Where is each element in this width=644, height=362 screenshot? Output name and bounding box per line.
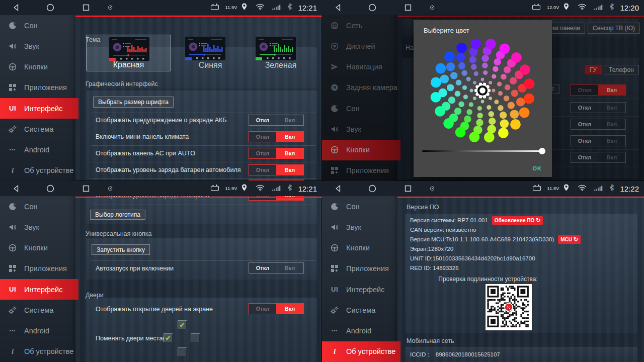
font-size-button[interactable]: Выбрать размер шрифта xyxy=(93,97,174,108)
sidebar-item-label: Система xyxy=(346,306,375,314)
toggle-on-option[interactable]: Вкл xyxy=(276,165,303,175)
divider xyxy=(91,162,316,162)
sidebar-item-apps[interactable]: Приложения xyxy=(322,258,397,279)
nav-buttons xyxy=(0,185,113,193)
sidebar-item-speaker[interactable]: Звук xyxy=(322,217,397,237)
on-off-toggle[interactable]: ОтклВкл xyxy=(249,148,304,159)
info-icon-text: i xyxy=(12,166,14,175)
on-off-toggle[interactable]: ОтклВкл xyxy=(249,115,304,126)
sidebar-item-label: Приложения xyxy=(346,264,389,273)
back-button[interactable] xyxy=(334,185,342,193)
theme-option[interactable]: Красная xyxy=(86,35,171,71)
toggle-off-option[interactable]: Откл xyxy=(249,165,276,175)
home-button[interactable] xyxy=(46,4,54,12)
toggle-off-option[interactable]: Откл xyxy=(249,263,276,273)
info-icon: i xyxy=(329,347,340,356)
setting-row-label: Отображать панель AC при AUTO xyxy=(96,150,195,157)
door-checkbox[interactable] xyxy=(178,347,187,356)
gears-icon xyxy=(7,306,18,314)
sidebar-item-gears[interactable]: Система xyxy=(0,119,75,139)
sidebar-item-gears[interactable]: Система xyxy=(322,300,397,320)
back-button[interactable] xyxy=(12,185,20,193)
sidebar-item-label: Об устройстве xyxy=(346,347,395,355)
sidebar-item-moon[interactable]: zСон xyxy=(322,196,397,217)
sidebar-item-info[interactable]: iОб устройстве xyxy=(0,160,75,181)
on-off-toggle[interactable]: ОтклВкл xyxy=(249,131,304,142)
sidebar-item-dots[interactable]: •••Android xyxy=(0,140,75,160)
disc-icon[interactable] xyxy=(429,5,435,11)
sidebar-item-apps[interactable]: Приложения xyxy=(0,258,75,279)
gears-icon xyxy=(7,125,18,133)
disc-icon[interactable] xyxy=(107,186,113,192)
sidebar-item-dots[interactable]: •••Android xyxy=(0,321,75,341)
sidebar-item-dots[interactable]: •••Android xyxy=(322,321,397,341)
toggle-on-option[interactable]: Вкл xyxy=(276,115,303,125)
sidebar-item-speaker[interactable]: Звук xyxy=(0,217,75,237)
update-badge[interactable]: MCU↻ xyxy=(558,235,581,244)
qr-code xyxy=(486,284,532,332)
back-button[interactable] xyxy=(12,4,20,12)
sidebar-item-info[interactable]: iОб устройстве xyxy=(322,341,400,362)
sidebar-item-label: Звук xyxy=(24,42,39,50)
logo-select-button[interactable]: Выбор логотипа xyxy=(90,210,145,220)
toggle-on-option[interactable]: Вкл xyxy=(276,263,303,273)
ui-icon-text: UI xyxy=(9,105,16,112)
theme-option[interactable]: Зеленая xyxy=(243,35,318,71)
theme-option-label: Зеленая xyxy=(243,61,318,70)
recents-button[interactable] xyxy=(404,4,412,12)
wifi-icon xyxy=(256,184,265,193)
sidebar-item-steering-wheel[interactable]: Кнопки xyxy=(0,238,75,258)
sidebar-item-ui[interactable]: UIИнтерфейс xyxy=(0,279,78,300)
toggle-on-option[interactable]: Вкл xyxy=(276,304,303,314)
swap-doors-label: Поменять двери местами xyxy=(96,335,171,342)
toggle-off-option[interactable]: Откл xyxy=(249,304,276,314)
version-line: RED ID: 14893326 xyxy=(410,264,459,272)
status-clock: 12:20 xyxy=(620,4,639,12)
home-button[interactable] xyxy=(368,4,376,12)
sidebar-item-gears[interactable]: Система xyxy=(0,300,75,320)
home-button[interactable] xyxy=(368,185,376,193)
toggle-on-option[interactable]: Вкл xyxy=(276,148,303,158)
slider-knob[interactable] xyxy=(539,148,545,154)
theme-preview-image xyxy=(109,37,149,63)
sidebar-item-ui[interactable]: UIИнтерфейс xyxy=(322,279,397,300)
door-checkbox[interactable]: ✔ xyxy=(178,320,187,329)
sidebar-item-moon[interactable]: zСон xyxy=(0,196,75,217)
on-off-toggle[interactable]: ОтклВкл xyxy=(249,262,304,274)
door-checkbox[interactable]: ✔ xyxy=(164,333,173,342)
sidebar-item-steering-wheel[interactable]: Кнопки xyxy=(0,57,75,77)
home-button[interactable] xyxy=(46,185,54,193)
svg-text:z: z xyxy=(14,22,16,25)
toggle-off-option[interactable]: Откл xyxy=(249,148,276,158)
sidebar-item-label: Android xyxy=(346,327,371,335)
toggle-off-option[interactable]: Откл xyxy=(249,132,276,142)
recents-button[interactable] xyxy=(82,185,90,193)
recents-button[interactable] xyxy=(404,185,412,193)
iccid-line: ICCID：89860620180015625107 xyxy=(410,351,500,358)
disc-icon[interactable] xyxy=(429,186,435,192)
disc-icon[interactable] xyxy=(107,5,113,11)
back-button[interactable] xyxy=(334,4,342,12)
toggle-off-option[interactable]: Откл xyxy=(249,115,276,125)
sidebar-item-apps[interactable]: Приложения xyxy=(0,77,75,98)
on-off-toggle[interactable]: ОтклВкл xyxy=(249,164,304,175)
on-off-toggle[interactable]: ОтклВкл xyxy=(249,303,304,314)
run-button[interactable]: Запустить кнопку xyxy=(92,244,150,255)
brightness-slider[interactable] xyxy=(422,150,544,152)
wifi-icon xyxy=(578,184,587,193)
sidebar-item-ui[interactable]: UIИнтерфейс xyxy=(0,98,78,119)
apps-icon xyxy=(329,264,340,273)
sidebar-item-info[interactable]: iОб устройстве xyxy=(0,341,75,362)
recents-button[interactable] xyxy=(82,4,90,12)
toggle-on-option[interactable]: Вкл xyxy=(276,132,303,142)
update-badge[interactable]: Обновление ПО↻ xyxy=(492,216,543,225)
sidebar-item-moon[interactable]: zСон xyxy=(0,15,75,36)
ok-button[interactable]: OK xyxy=(533,165,542,171)
color-wheel[interactable] xyxy=(429,37,536,146)
main-content: ТемаКраснаяСиняяЗеленаяГрафический интер… xyxy=(75,15,322,181)
door-checkbox[interactable] xyxy=(191,333,200,342)
theme-option[interactable]: Синяя xyxy=(173,35,248,71)
sidebar-item-steering-wheel[interactable]: Кнопки xyxy=(322,238,397,258)
apps-icon xyxy=(7,264,18,273)
sidebar-item-speaker[interactable]: Звук xyxy=(0,36,75,56)
